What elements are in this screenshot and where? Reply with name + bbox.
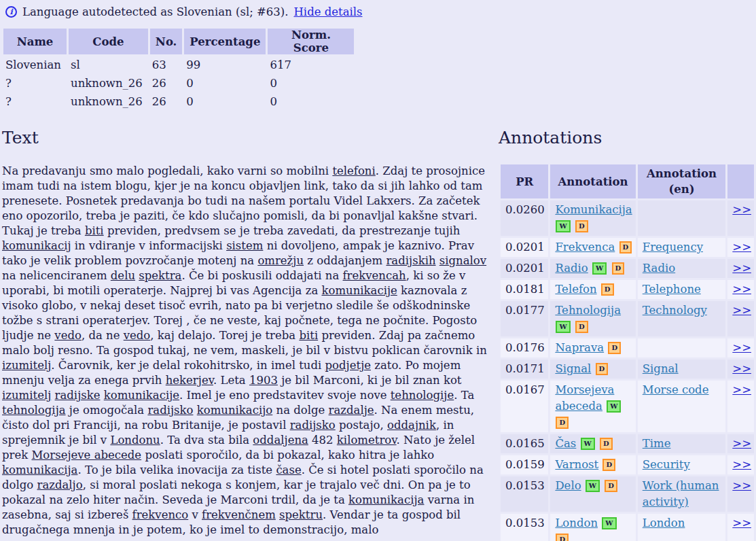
dbpedia-badge[interactable]: D bbox=[612, 262, 625, 275]
wikipedia-badge[interactable]: W bbox=[592, 262, 607, 275]
text-annotation-link[interactable]: Morsejeve abecede bbox=[31, 449, 141, 461]
text-annotation-link[interactable]: frekvenčnem bbox=[202, 508, 276, 521]
wikipedia-badge[interactable]: W bbox=[556, 220, 570, 232]
annotation-en-link[interactable]: Work (human activity) bbox=[643, 479, 719, 508]
annotation-link[interactable]: Komunikacija bbox=[555, 203, 632, 216]
dbpedia-badge[interactable]: D bbox=[608, 342, 621, 354]
text-annotation-link[interactable]: komunikacije bbox=[321, 284, 397, 297]
annotation-cell: Naprava D bbox=[550, 338, 635, 357]
text-annotation-link[interactable]: razdalje bbox=[329, 404, 374, 417]
text-annotation-link[interactable]: podjetje bbox=[325, 359, 371, 372]
annotation-link[interactable]: Frekvenca bbox=[555, 241, 615, 254]
wikipedia-badge[interactable]: W bbox=[556, 321, 570, 333]
annotation-link[interactable]: Telefon bbox=[555, 283, 596, 296]
annotations-heading: Annotations bbox=[499, 128, 756, 147]
dbpedia-badge[interactable]: D bbox=[602, 459, 615, 471]
annotation-en-link[interactable]: Morse code bbox=[643, 383, 709, 396]
text-annotation-link[interactable]: biti bbox=[299, 329, 318, 342]
wikipedia-badge[interactable]: W bbox=[581, 438, 595, 450]
more-link[interactable]: >> bbox=[732, 437, 751, 450]
text-run: v bbox=[188, 508, 202, 521]
text-annotation-link[interactable]: izumitelj bbox=[2, 389, 51, 402]
dbpedia-badge[interactable]: D bbox=[619, 241, 632, 254]
hide-details-link[interactable]: Hide details bbox=[293, 5, 362, 18]
annotation-link[interactable]: London bbox=[555, 517, 598, 529]
more-link[interactable]: >> bbox=[732, 304, 751, 317]
annotation-en-link[interactable]: Technology bbox=[643, 304, 707, 317]
text-annotation-link[interactable]: čase bbox=[276, 464, 301, 476]
text-annotation-link[interactable]: frekvencah bbox=[343, 269, 406, 282]
wikipedia-badge[interactable]: W bbox=[586, 480, 600, 492]
text-annotation-link[interactable]: radijsko bbox=[147, 404, 193, 417]
text-annotation-link[interactable]: oddajnik bbox=[387, 419, 436, 432]
dbpedia-badge[interactable]: D bbox=[556, 534, 569, 541]
text-annotation-link[interactable]: Londonu bbox=[110, 434, 160, 447]
text-annotation-link[interactable]: spektru bbox=[279, 508, 323, 521]
text-annotation-link[interactable]: oddaljena bbox=[253, 434, 308, 447]
language-table-cell: 26 bbox=[150, 93, 183, 109]
more-link[interactable]: >> bbox=[732, 262, 751, 275]
annotation-link[interactable]: Varnost bbox=[555, 458, 598, 471]
dbpedia-badge[interactable]: D bbox=[596, 363, 609, 375]
text-annotation-link[interactable]: delu bbox=[111, 269, 135, 282]
wikipedia-badge[interactable]: W bbox=[607, 400, 621, 413]
text-annotation-link[interactable]: omrežju bbox=[257, 254, 304, 267]
text-annotation-link[interactable]: 1903 bbox=[249, 374, 278, 387]
more-link[interactable]: >> bbox=[732, 517, 751, 529]
annotation-link[interactable]: Delo bbox=[555, 479, 581, 492]
more-cell: >> bbox=[727, 360, 754, 379]
text-annotation-link[interactable]: spektra bbox=[139, 269, 181, 282]
dbpedia-badge[interactable]: D bbox=[575, 220, 588, 232]
more-link[interactable]: >> bbox=[732, 362, 751, 375]
annotation-link[interactable]: Naprava bbox=[555, 341, 604, 354]
text-annotation-link[interactable]: vedo bbox=[124, 329, 151, 342]
dbpedia-badge[interactable]: D bbox=[605, 480, 617, 492]
text-annotation-link[interactable]: vedo bbox=[54, 329, 82, 342]
annotation-en-link[interactable]: Security bbox=[643, 458, 690, 471]
annotation-link[interactable]: Tehnologija bbox=[555, 304, 621, 317]
text-annotation-link[interactable]: sistem bbox=[226, 239, 263, 252]
text-annotation-link[interactable]: komunikacije bbox=[104, 389, 179, 402]
annotation-en-link[interactable]: Telephone bbox=[643, 283, 701, 296]
annotation-link[interactable]: Radio bbox=[555, 262, 588, 275]
text-annotation-link[interactable]: hekerjev bbox=[166, 374, 213, 387]
more-link[interactable]: >> bbox=[732, 458, 751, 471]
text-annotation-link[interactable]: biti bbox=[85, 224, 104, 237]
text-annotation-link[interactable]: radijsko bbox=[290, 419, 336, 432]
annotation-en-link[interactable]: Frequency bbox=[643, 241, 703, 254]
more-link[interactable]: >> bbox=[732, 241, 751, 254]
text-annotation-link[interactable]: telefoni bbox=[332, 164, 375, 177]
more-link[interactable]: >> bbox=[732, 341, 751, 354]
annotation-en-link[interactable]: Time bbox=[643, 437, 671, 450]
dbpedia-badge[interactable]: D bbox=[575, 321, 588, 333]
more-cell: >> bbox=[727, 455, 754, 474]
text-annotation-link[interactable]: komunikacija bbox=[2, 464, 77, 476]
more-link[interactable]: >> bbox=[732, 203, 751, 216]
annotation-en-link[interactable]: Radio bbox=[643, 262, 675, 275]
text-annotation-link[interactable]: komunikacij bbox=[2, 239, 71, 252]
more-link[interactable]: >> bbox=[732, 383, 751, 396]
text-annotation-link[interactable]: radijske bbox=[55, 389, 101, 402]
text-annotation-link[interactable]: signalov bbox=[439, 254, 486, 267]
annotation-link[interactable]: Morsejeva abeceda bbox=[555, 383, 614, 413]
text-annotation-link[interactable]: izumitelj bbox=[2, 359, 51, 372]
dbpedia-badge[interactable]: D bbox=[556, 417, 569, 429]
more-link[interactable]: >> bbox=[732, 283, 751, 296]
more-link[interactable]: >> bbox=[732, 479, 751, 492]
text-annotation-link[interactable]: kilometrov bbox=[337, 434, 397, 447]
annotation-en-link[interactable]: London bbox=[643, 517, 685, 529]
annotation-link[interactable]: Signal bbox=[555, 362, 591, 375]
text-annotation-link[interactable]: komunikacijo bbox=[197, 404, 273, 417]
text-annotation-link[interactable]: radijskih bbox=[386, 254, 435, 267]
annotations-header-row: PR Annotation Annotation (en) bbox=[501, 164, 754, 198]
annotation-link[interactable]: Čas bbox=[555, 437, 576, 450]
text-annotation-link[interactable]: tehnologije bbox=[391, 389, 454, 402]
text-annotation-link[interactable]: razdaljo bbox=[37, 478, 83, 491]
text-annotation-link[interactable]: frekvenco bbox=[132, 508, 189, 521]
wikipedia-badge[interactable]: W bbox=[602, 517, 616, 529]
annotation-en-link[interactable]: Signal bbox=[643, 362, 679, 375]
dbpedia-badge[interactable]: D bbox=[600, 438, 613, 450]
dbpedia-badge[interactable]: D bbox=[601, 283, 614, 296]
text-annotation-link[interactable]: komunikacija bbox=[348, 493, 424, 506]
text-annotation-link[interactable]: tehnologija bbox=[2, 404, 66, 417]
